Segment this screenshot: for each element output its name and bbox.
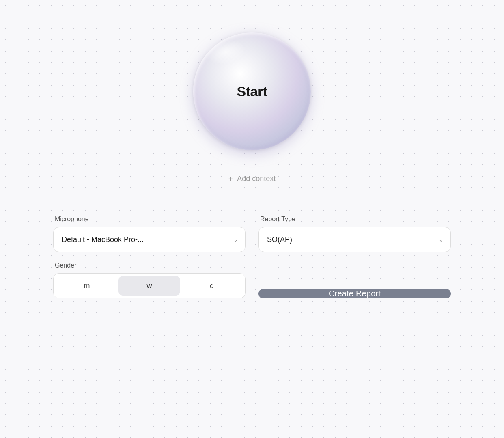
- report-type-group: Report Type SO(AP)SOAPDAPBIRPSIRP ⌄: [258, 216, 451, 252]
- add-context-label: Add context: [237, 175, 276, 183]
- gender-toggle: m w d: [53, 273, 246, 298]
- main-container: Start + Add context Microphone Default -…: [0, 0, 504, 298]
- add-context-button[interactable]: + Add context: [228, 175, 276, 183]
- gender-option-w[interactable]: w: [118, 276, 180, 296]
- microphone-group: Microphone Default - MacBook Pro-...Buil…: [53, 216, 246, 252]
- gender-label: Gender: [53, 262, 246, 269]
- controls-row-1: Microphone Default - MacBook Pro-...Buil…: [53, 216, 451, 252]
- microphone-select-wrapper: Default - MacBook Pro-...Built-in Microp…: [53, 227, 246, 252]
- report-type-select-wrapper: SO(AP)SOAPDAPBIRPSIRP ⌄: [258, 227, 451, 252]
- create-report-button[interactable]: Create Report: [258, 289, 451, 298]
- gender-group: Gender m w d: [53, 262, 246, 298]
- controls-container: Microphone Default - MacBook Pro-...Buil…: [53, 216, 451, 298]
- create-report-group: Create Report: [258, 289, 451, 298]
- start-button[interactable]: Start: [193, 32, 311, 150]
- microphone-select[interactable]: Default - MacBook Pro-...Built-in Microp…: [53, 227, 246, 252]
- start-button-label: Start: [237, 84, 267, 99]
- report-type-select[interactable]: SO(AP)SOAPDAPBIRPSIRP: [258, 227, 451, 252]
- start-button-wrapper: Start: [193, 32, 311, 150]
- add-context-plus-icon: +: [228, 175, 233, 183]
- report-type-label: Report Type: [258, 216, 451, 223]
- gender-option-m[interactable]: m: [56, 276, 118, 296]
- microphone-label: Microphone: [53, 216, 246, 223]
- controls-row-2: Gender m w d Create Report: [53, 262, 451, 298]
- gender-option-d[interactable]: d: [181, 276, 243, 296]
